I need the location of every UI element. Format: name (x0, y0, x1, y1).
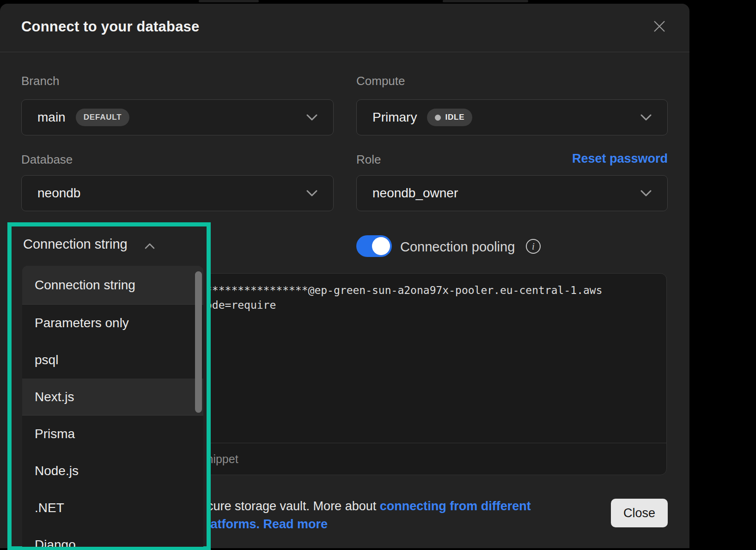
code-line-1: ****************@ep-green-sun-a2ona97x-p… (206, 284, 603, 296)
idle-badge: IDLE (427, 109, 472, 126)
chevron-up-icon (145, 243, 155, 249)
status-dot (435, 115, 441, 121)
database-select[interactable]: neondb (21, 175, 334, 211)
link-read-more[interactable]: Read more (263, 517, 328, 531)
compute-value: Primary (372, 110, 417, 125)
dropdown-item-psql[interactable]: psql (22, 342, 203, 379)
default-badge: DEFAULT (76, 109, 130, 126)
header-divider (0, 52, 689, 52)
dropdown-panel: Connection string Parameters only psql N… (22, 266, 203, 547)
branch-select[interactable]: main DEFAULT (21, 99, 334, 135)
modal-header: Connect to your database (0, 4, 689, 52)
branch-value: main (37, 110, 66, 125)
background-remnant (199, 0, 259, 2)
role-select[interactable]: neondb_owner (356, 175, 668, 211)
page-title: Connect to your database (21, 18, 199, 35)
close-icon[interactable] (652, 19, 666, 33)
connection-pooling-toggle[interactable] (356, 235, 392, 257)
chevron-down-icon (640, 114, 652, 121)
dropdown-item-nextjs[interactable]: Next.js (22, 379, 203, 416)
note-line-1: cure storage vault. More about connectin… (207, 497, 531, 515)
dropdown-item-django[interactable]: Django (22, 526, 203, 547)
role-value: neondb_owner (372, 186, 458, 201)
dropdown-item-connection-string[interactable]: Connection string (22, 266, 203, 305)
database-value: neondb (37, 186, 80, 201)
page-background: Connect to your database Branch Compute … (0, 0, 756, 550)
dropdown-item-nodejs[interactable]: Node.js (22, 452, 203, 489)
link-connecting-from-different[interactable]: connecting from different (380, 499, 531, 513)
note-line-2: latforms. Read more (207, 515, 531, 533)
info-icon[interactable]: i (526, 239, 541, 254)
database-label: Database (21, 153, 73, 167)
close-button[interactable]: Close (611, 499, 668, 527)
code-line-2: ode=require (206, 299, 276, 311)
branch-label: Branch (21, 74, 59, 88)
connection-string-dropdown-trigger[interactable]: Connection string (23, 237, 128, 252)
storage-note: cure storage vault. More about connectin… (207, 497, 531, 533)
role-label: Role (356, 153, 381, 167)
annotation-highlight-box: Connection string Connection string Para… (7, 222, 211, 550)
chevron-down-icon (640, 190, 652, 196)
background-remnant (443, 0, 528, 2)
link-platforms-fragment[interactable]: latforms. (207, 517, 260, 531)
toggle-knob (372, 237, 390, 255)
dropdown-scrollbar[interactable] (195, 271, 202, 413)
chevron-down-icon (306, 190, 317, 196)
connection-pooling-label: Connection pooling (400, 239, 515, 255)
code-text: ****************@ep-green-sun-a2ona97x-p… (206, 283, 603, 312)
dropdown-item-prisma[interactable]: Prisma (22, 416, 203, 452)
dropdown-item-parameters-only[interactable]: Parameters only (22, 305, 203, 342)
dropdown-item-dotnet[interactable]: .NET (22, 489, 203, 526)
reset-password-link[interactable]: Reset password (572, 152, 668, 166)
chevron-down-icon (306, 114, 317, 121)
compute-select[interactable]: Primary IDLE (356, 99, 668, 135)
compute-label: Compute (356, 74, 405, 88)
